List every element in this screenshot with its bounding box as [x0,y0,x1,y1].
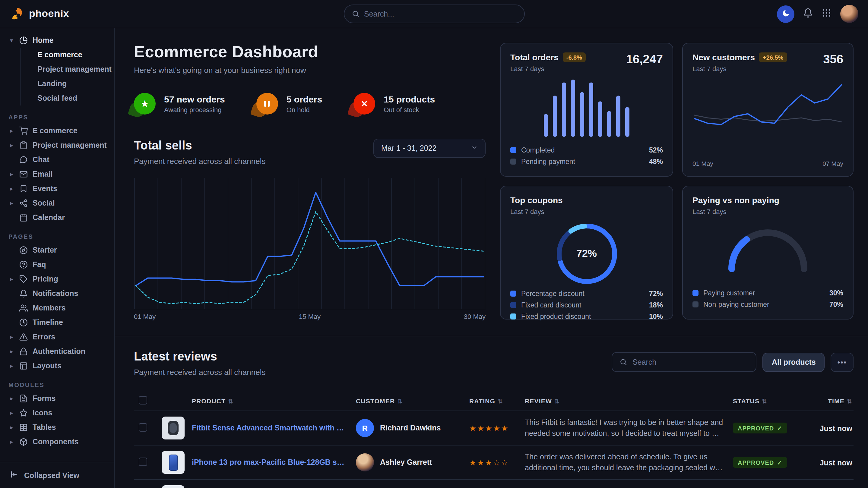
sidebar-item-chat[interactable]: Chat [0,153,114,167]
sidebar-item-starter[interactable]: Starter [0,243,114,257]
sidebar-item-components[interactable]: ▸ Components [0,435,114,449]
sidebar-item-project-management[interactable]: ▸ Project management [0,138,114,153]
all-products-button[interactable]: All products [763,352,825,372]
select-all-header[interactable] [134,391,157,411]
legend-item-percentage-discount: Percentage discount 72% [510,288,663,299]
date-range-value: Mar 1 - 31, 2022 [381,144,436,153]
latest-reviews-subtitle: Payment received across all channels [134,368,266,377]
user-avatar[interactable] [840,5,858,23]
sidebar-item-members[interactable]: Members [0,301,114,315]
sidebar-item-forms[interactable]: ▸ Forms [0,391,114,406]
row-checkbox[interactable] [139,457,147,466]
sort-icon: ⇅ [847,398,852,404]
rating-stars: ★★★☆☆ [469,458,509,467]
caret-right-icon: ▸ [8,363,14,369]
new-customers-value: 356 [823,53,843,66]
pie-chart-icon [19,36,28,44]
row-checkbox[interactable] [139,423,147,431]
summary-cards: Total orders -6.8% Last 7 days 16,247 Co… [500,43,854,320]
sidebar-item-faq[interactable]: Faq [0,257,114,272]
column-header-product[interactable]: PRODUCT⇅ [157,391,351,411]
top-coupons-donut-chart: 72% [553,220,620,288]
sidebar-item-calendar[interactable]: Calendar [0,210,114,225]
top-navbar: phoenix [0,0,868,28]
brand-link[interactable]: phoenix [10,7,69,21]
customer-name: Ashley Garrett [380,458,432,466]
sort-icon: ⇅ [498,398,503,404]
total-orders-title: Total orders [510,53,559,62]
sidebar-item-events[interactable]: ▸ Events [0,182,114,196]
collapsed-view-toggle[interactable]: Collapsed View [0,462,114,488]
review-time: Just now [820,458,852,467]
brand-name: phoenix [29,8,69,20]
sidebar-item-authentication[interactable]: ▸ Authentication [0,344,114,359]
sidebar-group-home: E commerceProject managementLandingSocia… [20,47,114,105]
global-search-input[interactable] [364,10,517,18]
page-subtitle: Here's what's going on at your business … [134,66,486,75]
sidebar-item-timeline[interactable]: Timeline [0,315,114,330]
sidebar-item-home[interactable]: ▾ Home [0,33,114,47]
sidebar-item-tables[interactable]: ▸ Tables [0,420,114,435]
sidebar-item-email[interactable]: ▸ Email [0,167,114,182]
caret-right-icon: ▸ [8,439,14,445]
caret-right-icon: ▸ [8,171,14,177]
caret-right-icon: ▸ [8,186,14,192]
status-badge: APPROVED✓ [733,423,787,433]
legend-item-non-paying-customer: Non-paying customer 70% [692,298,843,310]
global-search[interactable] [343,4,525,23]
sidebar-item-notifications[interactable]: Notifications [0,286,114,301]
sidebar-item-icons[interactable]: ▸ Icons [0,406,114,420]
caret-down-icon: ▾ [8,37,14,43]
sidebar-item-e-commerce[interactable]: ▸ E commerce [0,124,114,138]
search-icon [620,358,628,366]
column-header-status[interactable]: STATUS⇅ [728,391,801,411]
sidebar-section-apps: APPS [8,114,105,121]
paying-vs-nonpaying-card: Paying vs non paying Last 7 days Paying … [682,186,854,320]
product-link[interactable]: Fitbit Sense Advanced Smartwatch with To… [192,424,346,432]
page-title: Ecommerce Dashboard [134,43,486,62]
check-icon: ✓ [777,459,782,466]
new-customers-line-chart [692,79,843,151]
app-launcher-button[interactable] [822,8,832,20]
column-header-rating[interactable]: RATING⇅ [464,391,520,411]
sidebar-item-project-management[interactable]: Project management [21,62,114,76]
layout-icon [19,362,28,370]
sidebar-item-landing[interactable]: Landing [21,76,114,91]
column-header-review[interactable]: REVIEW⇅ [520,391,728,411]
bell-icon [803,8,813,20]
main-content: Ecommerce Dashboard Here's what's going … [115,28,868,488]
column-header-time[interactable]: TIME⇅ [801,391,854,411]
legend-item-fixed-card-discount: Fixed card discount 18% [510,299,663,311]
date-range-select[interactable]: Mar 1 - 31, 2022 [373,139,486,158]
sidebar-nav: ▾ Home E commerceProject managementLandi… [0,28,114,462]
reviews-table: PRODUCT⇅ CUSTOMER⇅ RATING⇅ REVIEW⇅ STATU… [134,391,854,488]
sidebar-item-social[interactable]: ▸ Social [0,196,114,210]
section-divider [115,336,868,336]
total-orders-value: 16,247 [626,53,663,66]
sidebar-item-social-feed[interactable]: Social feed [21,91,114,105]
reviews-search-input[interactable] [632,358,749,366]
sidebar-item-e-commerce[interactable]: E commerce [21,47,114,62]
caret-right-icon: ▸ [8,142,14,148]
product-link[interactable]: iPhone 13 pro max-Pacific Blue-128GB sto… [192,458,346,466]
theme-toggle-button[interactable] [777,5,795,23]
lock-icon [19,347,28,356]
paying-period: Last 7 days [692,208,779,215]
review-row [134,480,854,488]
new-customers-period: Last 7 days [692,65,787,72]
select-all-checkbox[interactable] [139,396,147,404]
legend-swatch [510,158,516,164]
column-header-customer[interactable]: CUSTOMER⇅ [351,391,464,411]
notifications-button[interactable] [803,8,813,20]
legend-swatch [510,147,516,153]
sidebar-section-modules: MODULES [8,382,105,388]
new-customers-x-labels: 01 May 07 May [692,156,843,167]
sidebar-item-errors[interactable]: ▸ Errors [0,330,114,344]
more-actions-button[interactable]: ••• [831,352,854,372]
sidebar-item-layouts[interactable]: ▸ Layouts [0,359,114,373]
reviews-search[interactable] [612,352,757,372]
latest-reviews-title: Latest reviews [134,350,266,363]
sidebar-item-pricing[interactable]: ▸ Pricing [0,272,114,286]
new-customers-card: New customers +26.5% Last 7 days 356 01 … [682,43,854,176]
review-row: Fitbit Sense Advanced Smartwatch with To… [134,411,854,445]
